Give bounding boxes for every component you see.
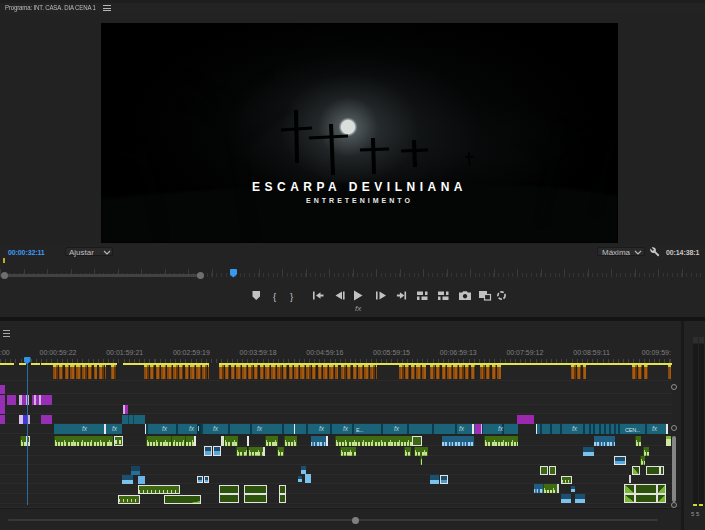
svg-text:{: { xyxy=(273,291,276,302)
svg-text:}: } xyxy=(290,291,293,302)
